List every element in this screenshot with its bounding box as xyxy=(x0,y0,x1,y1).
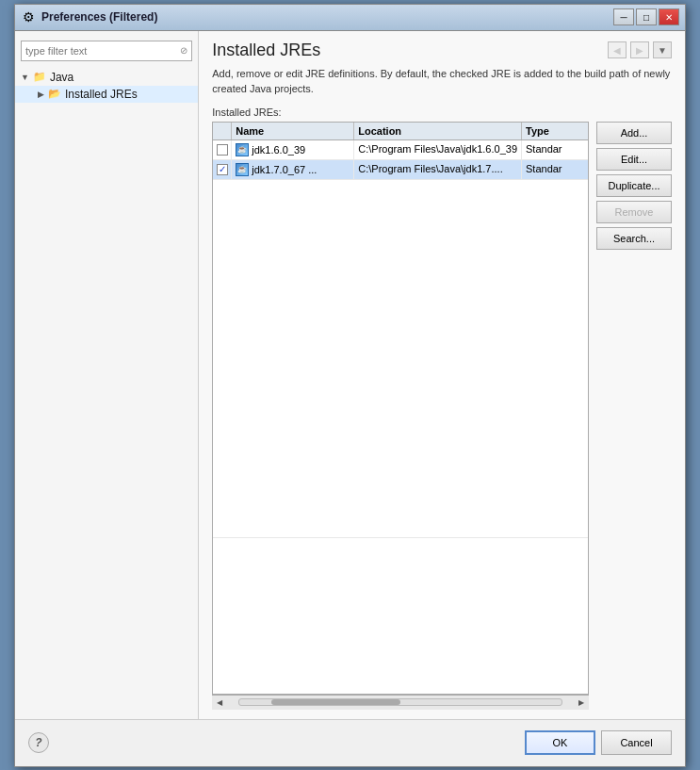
filter-box[interactable]: ⊘ xyxy=(21,41,192,61)
table-row[interactable]: ☕ jdk1.6.0_39 C:\Program Files\Java\jdk1… xyxy=(213,140,588,160)
jres-icon: 📂 xyxy=(48,88,61,100)
table-body: ☕ jdk1.6.0_39 C:\Program Files\Java\jdk1… xyxy=(213,140,588,694)
scroll-bar[interactable]: ◀ ▶ xyxy=(212,695,589,710)
row-type-2: Standar xyxy=(522,160,588,179)
sidebar-item-installed-jres[interactable]: ▶ 📂 Installed JREs xyxy=(15,86,198,103)
description-text: Add, remove or edit JRE definitions. By … xyxy=(212,66,672,97)
table-row[interactable]: ✓ ☕ jdk1.7.0_67 ... C:\Program Files\Jav… xyxy=(213,160,588,180)
title-bar: ⚙ Preferences (Filtered) ─ □ ✕ xyxy=(15,5,685,31)
remove-button[interactable]: Remove xyxy=(596,201,672,223)
scroll-right-icon[interactable]: ▶ xyxy=(576,696,587,708)
side-buttons: Add... Edit... Duplicate... Remove Searc… xyxy=(596,122,672,710)
main-panel: Installed JREs ◀ ▶ ▼ Add, remove or edit… xyxy=(199,31,685,719)
nav-buttons: ◀ ▶ ▼ xyxy=(608,41,672,58)
window-title: Preferences (Filtered) xyxy=(41,10,613,24)
expand-arrow-icon: ▼ xyxy=(21,73,29,82)
minimize-button[interactable]: ─ xyxy=(613,8,634,25)
folder-icon: 📁 xyxy=(33,71,46,83)
row-name-2: ☕ jdk1.7.0_67 ... xyxy=(232,160,354,179)
content-area: ⊘ ▼ 📁 Java ▶ 📂 Installed JREs Installed … xyxy=(15,31,685,719)
table-container: Name Location Type xyxy=(212,122,589,710)
title-bar-buttons: ─ □ ✕ xyxy=(613,8,679,25)
search-button[interactable]: Search... xyxy=(596,227,672,250)
close-button[interactable]: ✕ xyxy=(659,8,679,25)
jre-icon-2: ☕ xyxy=(236,163,249,176)
row-location-2: C:\Program Files\Java\jdk1.7.... xyxy=(354,160,522,179)
maximize-button[interactable]: □ xyxy=(636,8,657,25)
scroll-track[interactable] xyxy=(238,698,562,706)
row-name-1: ☕ jdk1.6.0_39 xyxy=(232,140,354,159)
help-button[interactable]: ? xyxy=(28,732,49,753)
sidebar-item-java[interactable]: ▼ 📁 Java xyxy=(15,69,198,86)
col-name-header: Name xyxy=(232,123,354,139)
col-check-header xyxy=(213,123,232,139)
table-row-empty xyxy=(213,180,588,538)
row-type-1: Standar xyxy=(522,140,588,159)
sidebar-item-java-label: Java xyxy=(50,71,73,84)
page-title: Installed JREs xyxy=(212,41,320,60)
sidebar-item-jres-label: Installed JREs xyxy=(65,88,138,101)
bottom-right-buttons: OK Cancel xyxy=(525,730,672,755)
row-checkbox-2[interactable]: ✓ xyxy=(213,160,232,179)
table-area: Name Location Type xyxy=(212,122,672,710)
ok-button[interactable]: OK xyxy=(525,730,595,755)
nav-dropdown-button[interactable]: ▼ xyxy=(653,41,672,58)
row-location-1: C:\Program Files\Java\jdk1.6.0_39 xyxy=(354,140,522,159)
child-arrow-icon: ▶ xyxy=(38,90,44,99)
installed-jres-label: Installed JREs: xyxy=(212,106,672,118)
col-location-header: Location xyxy=(354,123,522,139)
checked-icon: ✓ xyxy=(217,164,228,175)
unchecked-icon xyxy=(217,144,228,156)
jre-table: Name Location Type xyxy=(212,122,589,695)
scroll-left-icon[interactable]: ◀ xyxy=(214,696,225,708)
back-button[interactable]: ◀ xyxy=(608,41,627,58)
scroll-thumb[interactable] xyxy=(271,699,400,705)
sidebar: ⊘ ▼ 📁 Java ▶ 📂 Installed JREs xyxy=(15,31,199,719)
table-header: Name Location Type xyxy=(213,123,588,140)
filter-clear-icon[interactable]: ⊘ xyxy=(180,45,187,56)
row-checkbox-1[interactable] xyxy=(213,140,232,159)
add-button[interactable]: Add... xyxy=(596,122,672,144)
duplicate-button[interactable]: Duplicate... xyxy=(596,174,672,197)
jre-name-2: jdk1.7.0_67 ... xyxy=(252,164,317,175)
cancel-button[interactable]: Cancel xyxy=(601,730,672,755)
main-header: Installed JREs ◀ ▶ ▼ xyxy=(212,41,672,60)
preferences-window: ⚙ Preferences (Filtered) ─ □ ✕ ⊘ ▼ 📁 Jav… xyxy=(14,4,686,767)
window-icon: ⚙ xyxy=(21,9,36,25)
edit-button[interactable]: Edit... xyxy=(596,148,672,171)
jre-icon-1: ☕ xyxy=(236,143,249,156)
col-type-header: Type xyxy=(522,123,588,139)
jre-name-1: jdk1.6.0_39 xyxy=(252,144,305,156)
forward-button[interactable]: ▶ xyxy=(630,41,649,58)
bottom-bar: ? OK Cancel xyxy=(15,719,685,766)
filter-input[interactable] xyxy=(25,45,180,57)
